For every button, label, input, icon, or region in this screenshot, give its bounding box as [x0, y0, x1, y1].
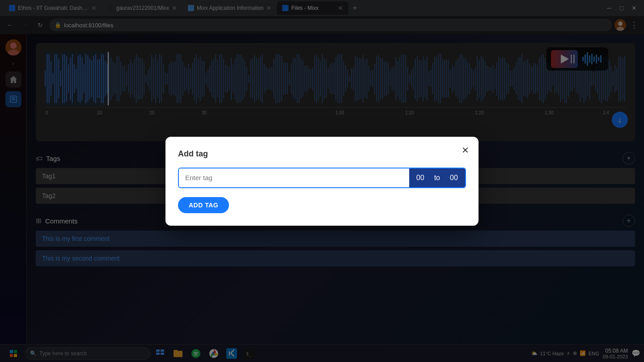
time-to[interactable]: 00 [443, 168, 465, 187]
modal-overlay[interactable]: Add tag ✕ 00 to 00 ADD TAG [0, 0, 644, 362]
modal-input-row: 00 to 00 [178, 168, 466, 188]
add-tag-button[interactable]: ADD TAG [178, 197, 229, 213]
time-from[interactable]: 00 [409, 168, 432, 187]
time-separator: to [432, 168, 443, 187]
modal-close-icon: ✕ [462, 145, 469, 156]
modal-close-button[interactable]: ✕ [459, 144, 471, 156]
modal-title: Add tag [178, 149, 466, 159]
add-tag-modal: Add tag ✕ 00 to 00 ADD TAG [165, 137, 479, 226]
tag-name-input[interactable] [179, 168, 409, 187]
